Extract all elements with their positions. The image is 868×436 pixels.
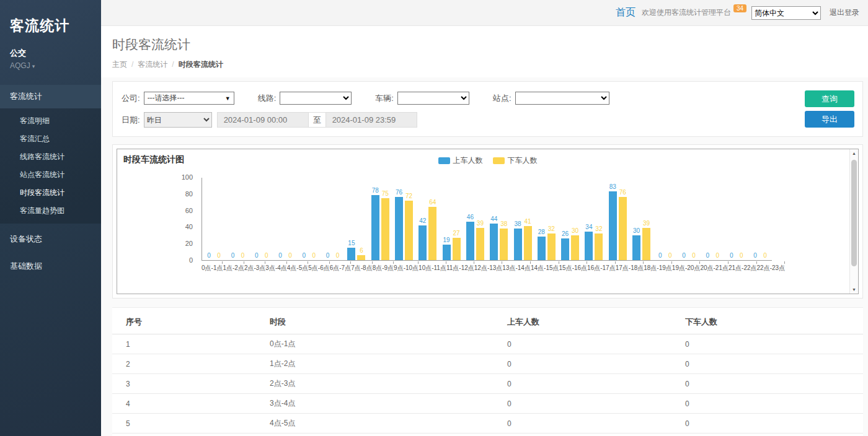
bar[interactable]	[595, 233, 603, 260]
sidebar-item-0[interactable]: 设备状态	[0, 227, 101, 251]
scrollbar-thumb[interactable]	[851, 160, 857, 266]
bar-column: 39	[642, 220, 650, 260]
sidebar-subitem-0[interactable]: 客流明细	[0, 112, 101, 130]
breadcrumb-section[interactable]: 客流统计	[138, 60, 167, 69]
table-cell-3: 0	[671, 374, 863, 394]
bar[interactable]	[347, 248, 355, 260]
bar[interactable]	[571, 235, 579, 260]
bar-column: 78	[371, 188, 379, 260]
bar[interactable]	[619, 197, 627, 260]
sidebar-subitem-5[interactable]: 客流量趋势图	[0, 202, 101, 220]
bar[interactable]	[524, 226, 532, 260]
sidebar-subitem-4[interactable]: 时段客流统计	[0, 184, 101, 202]
bar-value-label: 0	[231, 253, 235, 259]
x-tick-label: 8点-9点	[373, 261, 394, 272]
bar-column: 0	[277, 253, 285, 260]
bar-column: 75	[381, 191, 389, 261]
home-link[interactable]: 首页	[616, 6, 636, 19]
breadcrumb-home[interactable]: 主页	[112, 60, 127, 69]
sidebar-others: 设备状态基础数据	[0, 227, 101, 278]
language-select[interactable]: 简体中文	[751, 6, 821, 20]
chevron-down-icon: ▾	[32, 63, 35, 69]
date-to-input[interactable]: 2024-01-09 23:59	[326, 112, 417, 128]
bar-value-label: 15	[348, 240, 355, 246]
bar-value-label: 0	[763, 253, 767, 259]
legend-item-0[interactable]: 上车人数	[438, 155, 483, 166]
bar[interactable]	[547, 233, 556, 260]
bar-group-11: 4639	[463, 178, 487, 260]
bar[interactable]	[538, 237, 546, 260]
table-cell-2: 0	[494, 394, 671, 414]
bar[interactable]	[500, 229, 508, 260]
bar[interactable]	[443, 245, 451, 260]
bar[interactable]	[466, 222, 474, 260]
table-cell-3: 0	[671, 334, 863, 354]
bar[interactable]	[381, 198, 389, 261]
scroll-up-icon[interactable]: ▲	[850, 151, 858, 155]
bar[interactable]	[490, 224, 498, 260]
bar[interactable]	[561, 238, 569, 260]
legend-item-1[interactable]: 下车人数	[493, 155, 538, 166]
vehicle-select[interactable]	[397, 92, 469, 105]
bar[interactable]	[418, 225, 427, 260]
x-tick-label: 19点-20点	[672, 261, 701, 272]
bar-value-label: 0	[692, 253, 696, 259]
table-row: 21点-2点00	[112, 354, 863, 374]
sidebar-subitem-1[interactable]: 客流汇总	[0, 130, 101, 148]
bar-value-label: 26	[562, 231, 569, 237]
bar[interactable]	[428, 207, 436, 260]
bar-column: 26	[561, 231, 569, 260]
sidebar-item-passenger-stats[interactable]: 客流统计	[0, 85, 101, 108]
export-button[interactable]: 导出	[805, 111, 854, 128]
bar[interactable]	[514, 229, 522, 260]
bar-value-label: 0	[326, 253, 330, 259]
org-selector[interactable]: AQGJ▾	[0, 59, 101, 70]
logout-link[interactable]: 退出登录	[830, 7, 859, 18]
bar[interactable]	[371, 195, 379, 260]
bar-column: 0	[215, 253, 223, 260]
bar[interactable]	[357, 255, 365, 260]
table-header-3: 下车人数	[671, 308, 863, 334]
y-tick-label: 40	[168, 223, 193, 230]
bar[interactable]	[632, 235, 640, 260]
bar-value-label: 0	[278, 253, 282, 259]
dropdown-arrow-icon: ▼	[225, 95, 231, 102]
bar-value-label: 0	[706, 253, 710, 259]
chart-legend: 上车人数下车人数	[438, 155, 538, 166]
scroll-down-icon[interactable]: ▼	[850, 287, 858, 292]
bar[interactable]	[476, 228, 484, 260]
bar-value-label: 38	[514, 221, 521, 227]
bar-value-label: 0	[207, 253, 211, 259]
bar[interactable]	[405, 201, 413, 260]
bar[interactable]	[642, 228, 650, 260]
chart-panel: 时段车流统计图 上车人数下车人数 020406080100 0000000000…	[112, 144, 863, 299]
sidebar-subitem-3[interactable]: 站点客流统计	[0, 166, 101, 184]
query-button[interactable]: 查询	[805, 90, 854, 107]
company-select[interactable]: ---请选择--- ▼	[144, 92, 234, 105]
x-tick-label: 18点-19点	[644, 261, 672, 272]
table-cell-2: 0	[494, 354, 671, 374]
sidebar-item-1[interactable]: 基础数据	[0, 255, 101, 278]
bar-value-label: 34	[585, 224, 592, 230]
bar-column: 0	[666, 253, 674, 260]
bar-value-label: 28	[538, 229, 545, 235]
bar[interactable]	[609, 191, 617, 260]
date-from-input[interactable]: 2024-01-09 00:00	[217, 112, 309, 128]
bar[interactable]	[453, 238, 461, 260]
bar[interactable]	[585, 232, 593, 260]
bar-column: 0	[751, 253, 759, 260]
bar-value-label: 83	[609, 184, 616, 190]
sidebar-subitem-2[interactable]: 线路客流统计	[0, 148, 101, 166]
table-cell-1: 1点-2点	[256, 354, 494, 374]
date-label: 日期:	[122, 115, 140, 126]
bar-group-14: 2832	[534, 178, 558, 260]
x-tick-label: 11点-12点	[446, 261, 474, 272]
filter-panel: 公司: ---请选择--- ▼ 线路: 车辆:	[112, 81, 863, 137]
notification-badge[interactable]: 34	[733, 4, 746, 12]
bar[interactable]	[395, 197, 403, 260]
line-select[interactable]	[280, 92, 352, 105]
chart-scrollbar[interactable]: ▲ ▼	[849, 149, 858, 294]
station-select[interactable]	[515, 92, 609, 105]
date-preset-select[interactable]: 昨日	[144, 112, 212, 128]
bar-value-label: 0	[753, 253, 757, 259]
